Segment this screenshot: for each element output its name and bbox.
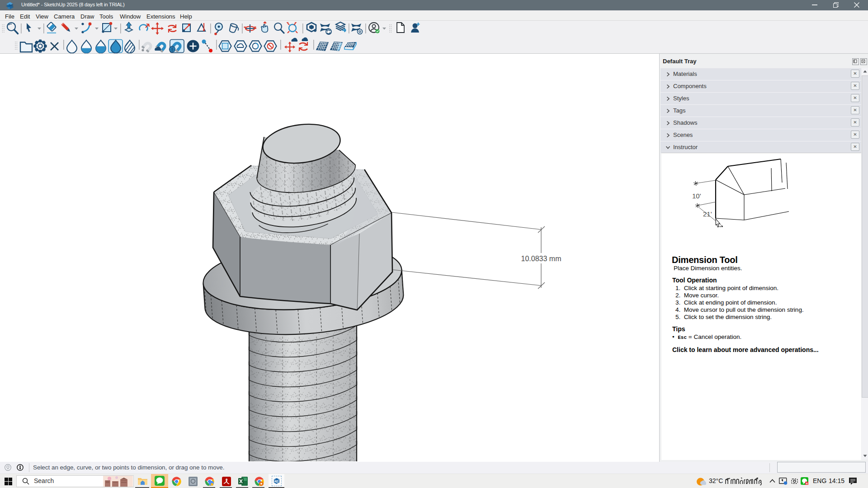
- svg-text:10': 10': [692, 192, 701, 200]
- svg-text:21': 21': [703, 210, 712, 218]
- svg-text:N: N: [806, 482, 808, 485]
- svg-text:10.0833 mm: 10.0833 mm: [521, 255, 561, 263]
